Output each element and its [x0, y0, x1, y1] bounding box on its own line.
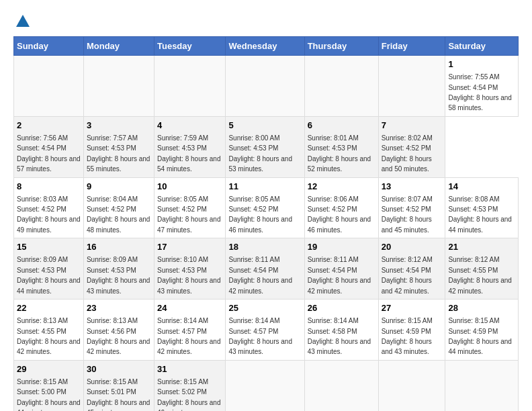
calendar-cell: 22 Sunrise: 8:13 AMSunset: 4:55 PMDaylig…	[14, 300, 84, 361]
day-info: Sunrise: 8:10 AMSunset: 4:53 PMDaylight:…	[157, 256, 221, 294]
day-info: Sunrise: 8:00 AMSunset: 4:53 PMDaylight:…	[228, 134, 292, 173]
calendar-cell	[304, 360, 378, 411]
day-info: Sunrise: 8:03 AMSunset: 4:52 PMDaylight:…	[17, 195, 81, 234]
calendar-week-5: 22 Sunrise: 8:13 AMSunset: 4:55 PMDaylig…	[14, 300, 519, 361]
calendar-cell: 17 Sunrise: 8:10 AMSunset: 4:53 PMDaylig…	[154, 238, 225, 300]
day-number: 30	[87, 363, 151, 375]
calendar-cell	[83, 56, 154, 117]
day-number: 3	[87, 120, 151, 132]
day-number: 17	[157, 241, 222, 253]
svg-marker-0	[16, 15, 30, 27]
day-info: Sunrise: 8:12 AMSunset: 4:54 PMDaylight:…	[382, 256, 433, 294]
calendar-cell: 9 Sunrise: 8:04 AMSunset: 4:52 PMDayligh…	[83, 177, 154, 238]
day-info: Sunrise: 8:09 AMSunset: 4:53 PMDaylight:…	[87, 256, 150, 294]
day-number: 26	[308, 302, 375, 314]
logo-icon	[15, 13, 31, 30]
day-number: 6	[308, 120, 375, 132]
col-tuesday: Tuesday	[154, 37, 225, 56]
day-info: Sunrise: 8:01 AMSunset: 4:53 PMDaylight:…	[308, 134, 371, 173]
day-number: 11	[228, 181, 301, 193]
day-number: 7	[382, 120, 443, 132]
calendar-cell	[14, 56, 84, 117]
day-info: Sunrise: 7:55 AMSunset: 4:54 PMDaylight:…	[448, 73, 512, 111]
calendar-cell: 26 Sunrise: 8:14 AMSunset: 4:58 PMDaylig…	[304, 300, 378, 361]
day-number: 18	[228, 241, 301, 253]
day-number: 15	[17, 241, 81, 253]
calendar-cell	[378, 360, 445, 411]
day-number: 12	[308, 181, 375, 193]
calendar-cell: 11 Sunrise: 8:05 AMSunset: 4:52 PMDaylig…	[226, 177, 304, 238]
col-monday: Monday	[83, 37, 154, 56]
calendar-cell: 21 Sunrise: 8:12 AMSunset: 4:55 PMDaylig…	[445, 238, 519, 300]
col-friday: Friday	[378, 37, 445, 56]
day-number: 2	[17, 120, 81, 132]
calendar-cell: 3 Sunrise: 7:57 AMSunset: 4:53 PMDayligh…	[83, 116, 154, 177]
calendar-cell: 6 Sunrise: 8:01 AMSunset: 4:53 PMDayligh…	[304, 116, 378, 177]
day-number: 20	[382, 241, 443, 253]
day-number: 5	[228, 120, 301, 132]
calendar-cell: 12 Sunrise: 8:06 AMSunset: 4:52 PMDaylig…	[304, 177, 378, 238]
calendar-cell: 25 Sunrise: 8:14 AMSunset: 4:57 PMDaylig…	[226, 300, 304, 361]
day-info: Sunrise: 8:07 AMSunset: 4:52 PMDaylight:…	[382, 195, 433, 234]
day-info: Sunrise: 8:12 AMSunset: 4:55 PMDaylight:…	[448, 256, 512, 294]
calendar-week-3: 8 Sunrise: 8:03 AMSunset: 4:52 PMDayligh…	[14, 177, 519, 238]
calendar-week-1: 1 Sunrise: 7:55 AMSunset: 4:54 PMDayligh…	[14, 56, 519, 117]
day-info: Sunrise: 8:14 AMSunset: 4:57 PMDaylight:…	[228, 317, 292, 355]
calendar-cell: 30 Sunrise: 8:15 AMSunset: 5:01 PMDaylig…	[83, 360, 154, 411]
calendar-week-4: 15 Sunrise: 8:09 AMSunset: 4:53 PMDaylig…	[14, 238, 519, 300]
calendar-cell	[378, 56, 445, 117]
day-info: Sunrise: 8:11 AMSunset: 4:54 PMDaylight:…	[308, 256, 371, 294]
col-wednesday: Wednesday	[226, 37, 304, 56]
calendar-cell	[304, 56, 378, 117]
col-thursday: Thursday	[304, 37, 378, 56]
calendar-cell: 27 Sunrise: 8:15 AMSunset: 4:59 PMDaylig…	[378, 300, 445, 361]
day-info: Sunrise: 8:15 AMSunset: 4:59 PMDaylight:…	[382, 317, 433, 355]
day-number: 31	[157, 363, 222, 375]
day-info: Sunrise: 8:15 AMSunset: 5:02 PMDaylight:…	[157, 378, 221, 411]
day-number: 27	[382, 302, 443, 314]
calendar-cell: 8 Sunrise: 8:03 AMSunset: 4:52 PMDayligh…	[14, 177, 84, 238]
day-number: 24	[157, 302, 222, 314]
day-info: Sunrise: 7:59 AMSunset: 4:53 PMDaylight:…	[157, 134, 221, 173]
calendar-cell: 28 Sunrise: 8:15 AMSunset: 4:59 PMDaylig…	[445, 300, 519, 361]
day-info: Sunrise: 8:13 AMSunset: 4:56 PMDaylight:…	[87, 317, 150, 355]
day-number: 22	[17, 302, 81, 314]
calendar-week-2: 2 Sunrise: 7:56 AMSunset: 4:54 PMDayligh…	[14, 116, 519, 177]
calendar-cell: 29 Sunrise: 8:15 AMSunset: 5:00 PMDaylig…	[14, 360, 84, 411]
calendar-cell: 5 Sunrise: 8:00 AMSunset: 4:53 PMDayligh…	[226, 116, 304, 177]
day-number: 21	[448, 241, 515, 253]
day-info: Sunrise: 7:56 AMSunset: 4:54 PMDaylight:…	[17, 134, 81, 173]
day-info: Sunrise: 8:06 AMSunset: 4:52 PMDaylight:…	[308, 195, 371, 234]
calendar-cell: 20 Sunrise: 8:12 AMSunset: 4:54 PMDaylig…	[378, 238, 445, 300]
day-info: Sunrise: 8:14 AMSunset: 4:58 PMDaylight:…	[308, 317, 371, 355]
day-info: Sunrise: 8:04 AMSunset: 4:52 PMDaylight:…	[87, 195, 150, 234]
calendar-cell: 2 Sunrise: 7:56 AMSunset: 4:54 PMDayligh…	[14, 116, 84, 177]
day-info: Sunrise: 8:15 AMSunset: 5:01 PMDaylight:…	[87, 378, 150, 411]
calendar-cell: 18 Sunrise: 8:11 AMSunset: 4:54 PMDaylig…	[226, 238, 304, 300]
header-row: Sunday Monday Tuesday Wednesday Thursday…	[14, 37, 519, 56]
day-info: Sunrise: 8:15 AMSunset: 5:00 PMDaylight:…	[17, 378, 81, 411]
calendar-cell: 16 Sunrise: 8:09 AMSunset: 4:53 PMDaylig…	[83, 238, 154, 300]
calendar-cell: 19 Sunrise: 8:11 AMSunset: 4:54 PMDaylig…	[304, 238, 378, 300]
day-number: 16	[87, 241, 151, 253]
day-number: 10	[157, 181, 222, 193]
day-number: 9	[87, 181, 151, 193]
day-number: 28	[448, 302, 515, 314]
calendar-body: 1 Sunrise: 7:55 AMSunset: 4:54 PMDayligh…	[14, 56, 519, 412]
calendar-cell: 10 Sunrise: 8:05 AMSunset: 4:52 PMDaylig…	[154, 177, 225, 238]
calendar-cell: 31 Sunrise: 8:15 AMSunset: 5:02 PMDaylig…	[154, 360, 225, 411]
calendar-cell: 15 Sunrise: 8:09 AMSunset: 4:53 PMDaylig…	[14, 238, 84, 300]
calendar-cell	[226, 56, 304, 117]
calendar-cell: 7 Sunrise: 8:02 AMSunset: 4:52 PMDayligh…	[378, 116, 445, 177]
day-number: 1	[448, 58, 515, 71]
day-info: Sunrise: 8:02 AMSunset: 4:52 PMDaylight:…	[382, 134, 433, 173]
day-info: Sunrise: 7:57 AMSunset: 4:53 PMDaylight:…	[87, 134, 150, 173]
page-header	[13, 13, 519, 30]
calendar-cell: 1 Sunrise: 7:55 AMSunset: 4:54 PMDayligh…	[445, 56, 519, 117]
calendar-cell: 24 Sunrise: 8:14 AMSunset: 4:57 PMDaylig…	[154, 300, 225, 361]
day-number: 13	[382, 181, 443, 193]
calendar-week-6: 29 Sunrise: 8:15 AMSunset: 5:00 PMDaylig…	[14, 360, 519, 411]
day-info: Sunrise: 8:09 AMSunset: 4:53 PMDaylight:…	[17, 256, 81, 294]
day-info: Sunrise: 8:05 AMSunset: 4:52 PMDaylight:…	[157, 195, 221, 234]
day-number: 19	[308, 241, 375, 253]
